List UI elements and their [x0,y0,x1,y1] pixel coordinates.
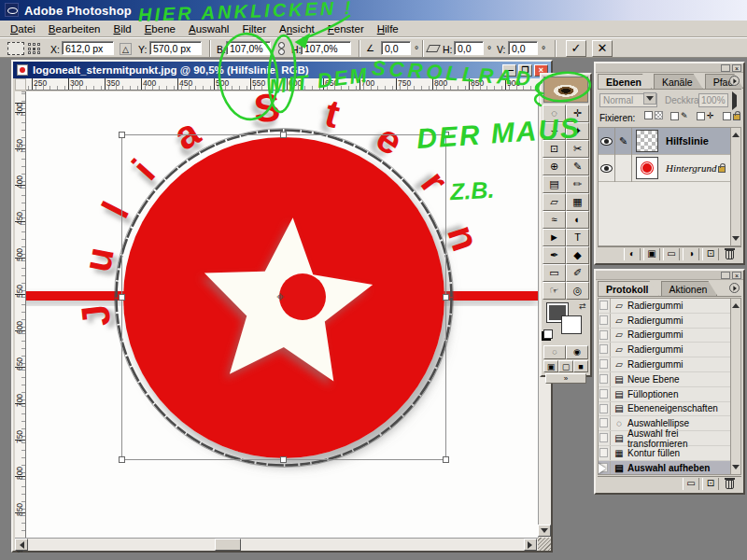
history-brush-tool[interactable]: ✏ [566,175,589,193]
history-source-checkbox[interactable] [599,314,611,328]
transform-handle-bottom-right[interactable] [443,456,449,463]
custom-shape-tool[interactable]: ◆ [566,246,589,264]
brush-tool[interactable]: ✎ [566,158,589,175]
healing-brush-tool[interactable]: ⊕ [543,158,566,175]
history-source-checkbox[interactable] [599,357,611,371]
history-source-checkbox[interactable] [599,372,611,386]
transform-handle-bottom-left[interactable] [119,456,125,463]
new-group-button[interactable]: ▭ [663,248,680,260]
relative-positioning-toggle[interactable]: △ [120,43,132,55]
history-step-neue-ebene[interactable]: ▤Neue Ebene [599,372,740,387]
maintain-aspect-ratio-link-icon[interactable] [277,42,286,56]
history-source-checkbox[interactable] [599,299,611,313]
quick-mask-mode-button[interactable]: ◉ [566,345,588,359]
zoom-tool[interactable]: ◎ [566,282,589,300]
doc-minimize-button[interactable]: — [502,64,516,77]
lock-all-checkbox[interactable] [723,111,740,120]
layer-thumbnail[interactable] [636,157,658,179]
tab-protokoll[interactable]: Protokoll [598,281,659,296]
history-source-checkbox[interactable] [599,446,611,460]
menu-bild[interactable]: Bild [107,21,138,36]
scroll-left-button[interactable] [15,539,28,551]
visibility-toggle[interactable] [599,155,615,182]
lock-transparency-checkbox[interactable] [644,111,663,119]
opacity-field[interactable]: 100% [698,93,728,107]
menu-ebene[interactable]: Ebene [138,21,182,36]
lock-pixels-checkbox[interactable]: ✎ [670,111,688,120]
default-colors-icon[interactable] [543,329,553,339]
blend-mode-arrow[interactable] [643,92,656,105]
move-tool[interactable]: ✛ [566,105,589,122]
menu-ansicht[interactable]: Ansicht [273,21,321,36]
transform-handle-top-left[interactable] [119,132,125,138]
magic-wand-tool[interactable]: ✦ [566,122,589,140]
tab-aktionen[interactable]: Aktionen [661,281,718,296]
palette-menu-button[interactable] [729,76,740,86]
delete-button[interactable] [726,250,734,259]
width-scale-field[interactable]: 107,0% [226,41,271,55]
history-source-checkbox[interactable] [599,343,611,357]
blur-tool[interactable]: ≈ [543,211,566,229]
transform-handle-top-center[interactable] [280,132,287,138]
transform-handle-middle-left[interactable] [119,294,125,301]
canvas[interactable]: JuliaStern ⌖ [26,91,538,538]
palette-close-button[interactable]: × [732,64,741,72]
x-position-field[interactable]: 612,0 px [62,41,114,55]
slice-tool[interactable]: ✂ [566,140,589,158]
menu-filter[interactable]: Filter [235,21,273,36]
height-scale-field[interactable]: 107,0% [301,41,351,55]
path-selection-tool[interactable]: ► [543,229,566,246]
history-step-ebeneneigenschaften[interactable]: ▤Ebeneneigenschaften [599,402,740,417]
eyedropper-tool[interactable]: ✐ [566,264,589,282]
menu-fenster[interactable]: Fenster [321,21,371,36]
tab-ebenen[interactable]: Ebenen [598,74,652,89]
eraser-tool[interactable]: ▱ [543,193,566,211]
y-position-field[interactable]: 570,0 px [149,41,202,55]
palette-titlebar[interactable]: × [596,271,743,280]
background-color-swatch[interactable] [562,316,581,333]
transform-handle-top-right[interactable] [443,132,449,138]
cancel-transform-button[interactable]: ✕ [592,40,613,57]
standard-screen-button[interactable]: ▣ [543,360,558,372]
gradient-tool[interactable]: ▦ [566,193,589,211]
transform-handle-middle-right[interactable] [443,294,449,301]
reference-point-locator[interactable] [28,43,41,55]
clone-stamp-tool[interactable]: ▤ [543,175,566,193]
layer-row-hintergrund[interactable]: Hintergrund [599,155,740,182]
layer-name[interactable]: Hintergrund [666,162,717,174]
transform-handle-bottom-center[interactable] [280,456,287,463]
dodge-tool[interactable]: ◐ [566,211,589,229]
menu-bearbeiten[interactable]: Bearbeiten [42,21,107,36]
history-step-f-lloptionen[interactable]: ▤Fülloptionen [599,387,740,402]
commit-transform-button[interactable]: ✓ [566,40,586,57]
scroll-right-button[interactable] [524,539,537,551]
new-snapshot-button[interactable]: ⊡ [702,478,719,490]
history-step-radiergummi[interactable]: ▱Radiergummi [599,299,740,314]
lasso-tool[interactable]: ∽ [543,122,566,140]
skew-v-field[interactable]: 0,0 [508,41,538,55]
doc-maximize-button[interactable]: ❐ [518,64,532,77]
layer-mask-button[interactable]: ▣ [643,248,660,260]
menu-datei[interactable]: Datei [4,21,42,36]
layer-row-hilfslinie[interactable]: ✎ Hilfslinie [599,128,740,155]
layer-list-scrollbar[interactable] [730,128,740,245]
jump-to-imageready-button[interactable]: » [545,373,586,384]
link-cell[interactable] [615,155,632,182]
new-document-from-state-button[interactable]: ▭ [683,478,699,490]
history-step-radiergummi[interactable]: ▱Radiergummi [599,343,740,357]
elliptical-marquee-tool[interactable]: ◌ [543,105,566,122]
transform-reference-point[interactable]: ⌖ [276,288,284,305]
scroll-down-button[interactable] [538,525,551,537]
palette-minimize-button[interactable] [721,272,730,279]
history-state-pointer[interactable] [598,463,612,474]
standard-mode-button[interactable]: ◌ [543,345,566,359]
delete-button[interactable] [726,480,734,489]
type-tool[interactable]: T [566,229,589,246]
resize-grip[interactable] [538,538,551,551]
history-step-kontur-f-llen[interactable]: ▦Kontur füllen [599,446,740,461]
adobe-eye-image[interactable] [543,77,588,103]
skew-h-field[interactable]: 0,0 [454,41,484,55]
history-step-auswahl-aufheben[interactable]: ▤Auswahl aufheben [599,461,740,475]
palette-titlebar[interactable]: × [596,63,743,73]
layer-thumbnail[interactable] [636,130,658,152]
